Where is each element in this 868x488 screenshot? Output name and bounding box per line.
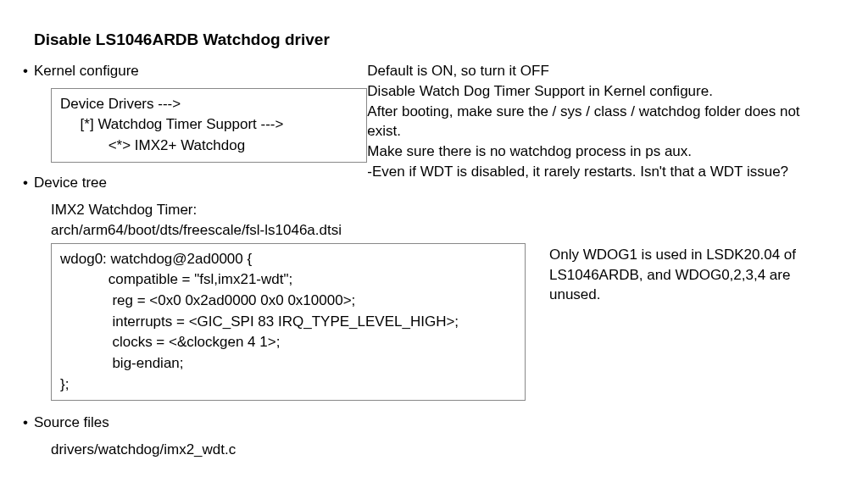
devicetree-intro2: arch/arm64/boot/dts/freescale/fsl-ls1046… (51, 220, 367, 241)
bullet-devicetree-label: Device tree (34, 173, 107, 193)
bullet-kernel-label: Kernel configure (34, 61, 139, 81)
bullet-dot-icon: • (17, 173, 34, 193)
wdog-note: Only WDOG1 is used in LSDK20.04 of LS104… (549, 243, 821, 305)
bullet-kernel: • Kernel configure (17, 61, 367, 81)
devicetree-box: wdog0: watchdog@2ad0000 { compatible = "… (51, 243, 526, 401)
source-path: drivers/watchdog/imx2_wdt.c (51, 440, 834, 461)
bullet-dot-icon: • (17, 61, 34, 81)
devicetree-box-wrap: wdog0: watchdog@2ad0000 { compatible = "… (34, 243, 526, 401)
bullet-dot-icon: • (17, 413, 34, 433)
bullet-source: • Source files (17, 413, 834, 433)
bullet-source-label: Source files (34, 413, 109, 433)
main-note: Default is ON, so turn it OFF Disable Wa… (367, 61, 834, 182)
left-column: • Kernel configure Device Drivers ---> [… (34, 61, 367, 241)
page-title: Disable LS1046ARDB Watchdog driver (34, 30, 834, 49)
devicetree-row: wdog0: watchdog@2ad0000 { compatible = "… (34, 243, 834, 401)
devicetree-intro1: IMX2 Watchdog Timer: (51, 200, 367, 221)
kernel-config-box: Device Drivers ---> [*] Watchdog Timer S… (51, 88, 367, 163)
top-row: • Kernel configure Device Drivers ---> [… (34, 61, 834, 241)
bullet-devicetree: • Device tree (17, 173, 367, 193)
source-section: • Source files drivers/watchdog/imx2_wdt… (34, 413, 834, 460)
